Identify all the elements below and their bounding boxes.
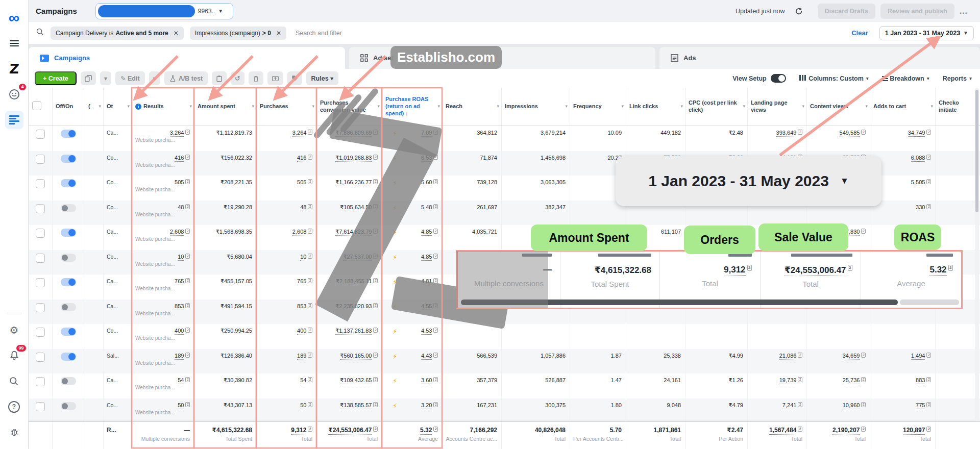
col-header-purchases[interactable]: Purchases▾ (257, 88, 317, 126)
account-selector[interactable]: 9963.. ▼ (95, 3, 233, 19)
col-header-link-clicks[interactable]: Link clicks▾ (626, 88, 685, 126)
campaign-toggle[interactable] (61, 402, 76, 410)
cell-roas: ⚡3.602 (382, 373, 443, 398)
search-nav-icon[interactable] (5, 372, 23, 390)
row-checkbox[interactable] (36, 278, 45, 287)
campaign-toggle[interactable] (61, 204, 76, 212)
filter-chip-delivery[interactable]: Campaign Delivery is Active and 5 more ✕ (51, 27, 184, 40)
filter-chip-impressions[interactable]: Impressions (campaign) > 0 ✕ (190, 27, 286, 40)
col-header-reach[interactable]: Reach▾ (443, 88, 502, 126)
campaign-toggle[interactable] (61, 179, 76, 187)
create-button[interactable]: + Create (35, 71, 77, 85)
help-icon[interactable]: ? (5, 397, 23, 416)
attribution-icon: 2 (373, 204, 378, 209)
row-checkbox[interactable] (36, 353, 45, 362)
row-checkbox[interactable] (36, 303, 45, 312)
col-header-results[interactable]: iResults▾ (132, 88, 194, 126)
cell-campaign-name[interactable]: Co... (104, 324, 132, 349)
cell-campaign-name[interactable]: Sal... (104, 349, 132, 374)
review-publish-button[interactable]: Review and publish (880, 4, 954, 19)
col-header-purchases-conversion-value[interactable]: Purchases conversion value▾ (317, 88, 382, 126)
ab-test-button[interactable]: A/B test (164, 71, 208, 85)
undo-icon[interactable]: ↺ (231, 71, 244, 85)
row-checkbox[interactable] (36, 130, 45, 139)
cell-campaign-name[interactable]: Co... (104, 398, 132, 422)
row-checkbox[interactable] (36, 377, 45, 386)
rules-button[interactable]: Rules ▾ (306, 71, 339, 85)
col-header-content-views[interactable]: Content views▾ (807, 88, 870, 126)
campaign-toggle[interactable] (61, 229, 76, 237)
reports-menu[interactable]: Reports▾ (943, 75, 972, 82)
clipboard-button[interactable] (212, 71, 227, 85)
campaign-toggle[interactable] (61, 278, 76, 286)
row-checkbox[interactable] (36, 254, 45, 263)
cell-campaign-name[interactable]: Ca... (104, 126, 132, 151)
duplicate-button[interactable] (81, 71, 96, 85)
cell-campaign-name[interactable]: Co... (104, 250, 132, 275)
cell-campaign-name[interactable]: Co... (104, 176, 132, 201)
notifications-icon[interactable]: 99 (5, 346, 23, 365)
row-checkbox[interactable] (36, 229, 45, 238)
columns-menu[interactable]: Columns: Custom▾ (799, 75, 869, 82)
col-header-off-on[interactable]: Off/On (53, 88, 85, 126)
cell-campaign-name[interactable]: Co... (104, 201, 132, 226)
campaign-toggle[interactable] (61, 155, 76, 163)
bug-icon[interactable] (5, 423, 23, 441)
refresh-icon[interactable] (792, 5, 805, 18)
edit-caret-button[interactable]: ▾ (149, 71, 160, 85)
tag-button[interactable] (287, 71, 302, 85)
campaign-toggle[interactable] (61, 254, 76, 262)
campaign-toggle[interactable] (61, 377, 76, 385)
row-checkbox[interactable] (36, 328, 45, 337)
more-options-icon[interactable]: ... (954, 3, 973, 20)
col-header-frequency[interactable]: Frequency▾ (570, 88, 626, 126)
tab-campaigns[interactable]: Campaigns (29, 47, 345, 69)
tab-ad-sets[interactable]: Ad set (349, 47, 655, 69)
cell-campaign-name[interactable]: Ca... (104, 225, 132, 250)
meta-logo-icon[interactable]: ∞ (5, 9, 23, 27)
delete-button[interactable] (249, 71, 263, 85)
duplicate-caret-button[interactable]: ▾ (100, 71, 111, 85)
export-button[interactable] (267, 71, 283, 85)
row-checkbox[interactable] (36, 204, 45, 213)
action-toolbar: + Create ▾ ✎ Edit ▾ A/B test ↺ Rules ▾ V… (29, 69, 980, 88)
cell-campaign-name[interactable]: Co... (104, 151, 132, 176)
clear-filters-link[interactable]: Clear (851, 29, 868, 37)
edit-button[interactable]: ✎ Edit (115, 71, 145, 85)
row-checkbox[interactable] (36, 155, 45, 164)
col-header-purchase-roas[interactable]: Purchase ROAS (return on ad spend) ↓▾ (382, 88, 443, 126)
row-checkbox[interactable] (36, 402, 45, 411)
campaign-toggle[interactable] (61, 328, 76, 336)
search-filter-input[interactable]: Search and filter (296, 30, 342, 37)
attribution-icon: 2 (308, 254, 312, 259)
col-header-landing-page-views[interactable]: Landing page views▾ (748, 88, 807, 126)
menu-icon[interactable] (5, 34, 23, 53)
campaign-toggle[interactable] (61, 303, 76, 311)
breakdown-menu[interactable]: Breakdown▾ (882, 75, 929, 82)
col-header-c[interactable]: (▾ (85, 88, 104, 126)
close-icon[interactable]: ✕ (174, 30, 179, 37)
cell-campaign-name[interactable]: Ca... (104, 275, 132, 300)
row-checkbox[interactable] (36, 179, 45, 188)
discard-drafts-button[interactable]: Discard Drafts (818, 4, 875, 19)
ads-table-icon[interactable] (5, 111, 23, 129)
select-all-checkbox[interactable] (29, 88, 53, 126)
brand-z-icon[interactable]: Z (4, 60, 24, 78)
campaign-toggle[interactable] (61, 353, 76, 361)
cell-campaign-name[interactable]: Ca... (104, 300, 132, 325)
close-icon[interactable]: ✕ (276, 30, 281, 37)
tab-ads[interactable]: Ads (659, 47, 980, 69)
date-range-picker[interactable]: 1 Jan 2023 - 31 May 2023 ▼ (879, 26, 974, 40)
col-header-impressions[interactable]: Impressions▾ (502, 88, 570, 126)
settings-icon[interactable]: ⚙ (5, 321, 23, 339)
campaign-toggle[interactable] (61, 130, 76, 138)
apps-icon[interactable]: 4 (5, 85, 23, 104)
col-header-amount-spent[interactable]: Amount spent▾ (194, 88, 257, 126)
cell-campaign-name[interactable]: Ca... (104, 373, 132, 398)
view-setup-toggle[interactable] (771, 74, 786, 83)
col-header-cpc[interactable]: CPC (cost per link click)▾ (685, 88, 748, 126)
col-header-checkout-initiated[interactable]: Checko initiate (936, 88, 980, 126)
col-header-adds-to-cart[interactable]: Adds to cart▾ (870, 88, 936, 126)
vertical-scrollbar[interactable] (975, 88, 979, 421)
col-header-ot[interactable]: Ot▾ (104, 88, 132, 126)
